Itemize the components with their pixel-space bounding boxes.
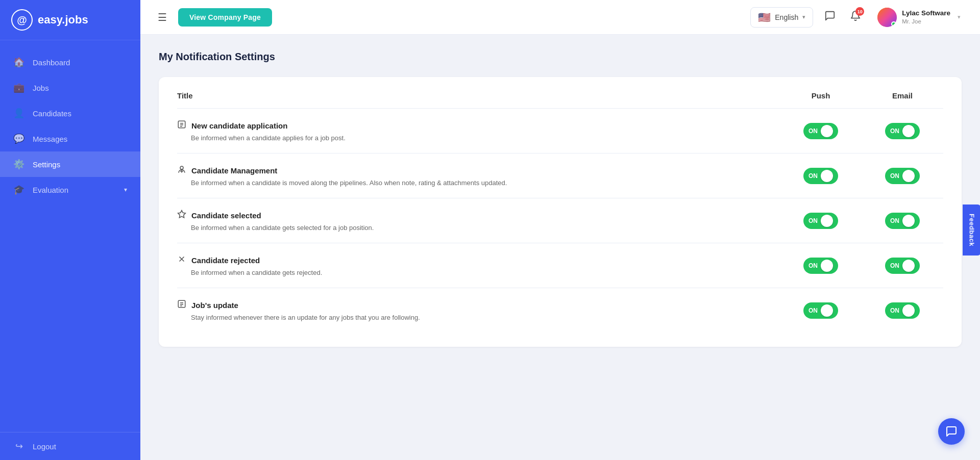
- email-toggle-new-candidate[interactable]: ON: [885, 123, 920, 139]
- notification-icon: [177, 165, 186, 176]
- email-toggle-col: ON: [862, 168, 943, 184]
- table-row: Candidate Management Be informed when a …: [177, 154, 943, 198]
- sidebar-nav: 🏠 Dashboard 💼 Jobs 👤 Candidates 💬 Messag…: [0, 40, 140, 432]
- chat-fab-button[interactable]: [938, 418, 965, 445]
- user-name: Lylac Software: [902, 9, 950, 18]
- notif-description: Stay informed whenever there is an updat…: [191, 314, 780, 321]
- notif-label: Job's update Stay informed whenever ther…: [177, 299, 780, 321]
- notif-title: Job's update: [177, 299, 780, 311]
- logout-button[interactable]: ↪ Logout: [0, 432, 140, 460]
- notif-title: Candidate Management: [177, 165, 780, 176]
- col-email: Email: [862, 91, 943, 100]
- email-toggle-col: ON: [862, 302, 943, 319]
- notif-description: Be informed when a candidate gets reject…: [191, 269, 780, 276]
- push-toggle-new-candidate[interactable]: ON: [803, 123, 838, 139]
- table-header: Title Push Email: [177, 91, 943, 109]
- notif-description: Be informed when a candidate applies for…: [191, 134, 780, 142]
- chevron-down-icon: ▾: [124, 186, 127, 193]
- table-row: Candidate selected Be informed when a ca…: [177, 198, 943, 243]
- logout-label: Logout: [33, 442, 56, 451]
- avatar: [877, 8, 897, 27]
- push-toggle-candidate-selected[interactable]: ON: [803, 213, 838, 229]
- notif-label: New candidate application Be informed wh…: [177, 120, 780, 142]
- sidebar-item-label: Settings: [33, 160, 60, 169]
- jobs-icon: 💼: [13, 82, 24, 93]
- notif-description: Be informed when a candidate is moved al…: [191, 179, 780, 187]
- table-row: Candidate rejected Be informed when a ca…: [177, 243, 943, 288]
- sidebar: @ easy.jobs 🏠 Dashboard 💼 Jobs 👤 Candida…: [0, 0, 140, 460]
- notification-badge: 10: [855, 7, 864, 16]
- user-info: Lylac Software Mr. Joe: [902, 9, 950, 25]
- email-toggle-jobs-update[interactable]: ON: [885, 302, 920, 319]
- sidebar-item-messages[interactable]: 💬 Messages: [0, 126, 140, 151]
- push-toggle-candidate-management[interactable]: ON: [803, 168, 838, 184]
- col-title: Title: [177, 91, 780, 100]
- messages-icon: 💬: [13, 133, 24, 144]
- notif-title: New candidate application: [177, 120, 780, 132]
- user-subtitle: Mr. Joe: [902, 18, 950, 25]
- sidebar-item-label: Jobs: [33, 84, 49, 92]
- notif-label: Candidate selected Be informed when a ca…: [177, 210, 780, 232]
- notification-icon: [177, 254, 186, 266]
- sidebar-item-jobs[interactable]: 💼 Jobs: [0, 75, 140, 100]
- sidebar-item-settings[interactable]: ⚙️ Settings: [0, 151, 140, 177]
- notif-label: Candidate rejected Be informed when a ca…: [177, 254, 780, 276]
- sidebar-item-label: Evaluation: [33, 186, 68, 194]
- notif-title: Candidate rejected: [177, 254, 780, 266]
- page-title: My Notification Settings: [159, 51, 962, 63]
- email-toggle-candidate-selected[interactable]: ON: [885, 213, 920, 229]
- push-toggle-jobs-update[interactable]: ON: [803, 302, 838, 319]
- evaluation-icon: 🎓: [13, 184, 24, 195]
- email-toggle-candidate-management[interactable]: ON: [885, 168, 920, 184]
- push-toggle-col: ON: [780, 302, 862, 319]
- user-profile[interactable]: Lylac Software Mr. Joe ▾: [872, 6, 966, 29]
- push-toggle-col: ON: [780, 168, 862, 184]
- sidebar-item-dashboard[interactable]: 🏠 Dashboard: [0, 49, 140, 75]
- sidebar-item-label: Dashboard: [33, 58, 70, 67]
- push-toggle-col: ON: [780, 258, 862, 274]
- status-dot: [891, 21, 896, 27]
- notification-icon: [177, 120, 186, 132]
- logo-text: easy.jobs: [38, 13, 88, 27]
- svg-marker-7: [178, 211, 186, 218]
- table-row: Job's update Stay informed whenever ther…: [177, 288, 943, 333]
- sidebar-item-candidates[interactable]: 👤 Candidates: [0, 100, 140, 126]
- main-area: ☰ View Company Page 🇺🇸 English ▾ 10: [140, 0, 980, 460]
- notifications-button[interactable]: 10: [847, 7, 864, 27]
- svg-point-4: [180, 166, 183, 169]
- push-toggle-candidate-rejected[interactable]: ON: [803, 258, 838, 274]
- sidebar-logo: @ easy.jobs: [0, 0, 140, 40]
- language-label: English: [775, 13, 798, 21]
- profile-chevron-icon: ▾: [958, 14, 961, 20]
- email-toggle-candidate-rejected[interactable]: ON: [885, 258, 920, 274]
- messages-header-button[interactable]: [821, 7, 839, 27]
- language-selector[interactable]: 🇺🇸 English ▾: [750, 7, 813, 28]
- col-push: Push: [780, 91, 862, 100]
- notif-description: Be informed when a candidate gets select…: [191, 224, 780, 232]
- sidebar-item-evaluation[interactable]: 🎓 Evaluation ▾: [0, 177, 140, 202]
- table-row: New candidate application Be informed wh…: [177, 109, 943, 154]
- email-toggle-col: ON: [862, 258, 943, 274]
- dashboard-icon: 🏠: [13, 57, 24, 68]
- view-company-button[interactable]: View Company Page: [178, 8, 272, 27]
- push-toggle-col: ON: [780, 123, 862, 139]
- notif-label: Candidate Management Be informed when a …: [177, 165, 780, 187]
- notification-icon: [177, 299, 186, 311]
- sidebar-item-label: Candidates: [33, 109, 71, 118]
- feedback-tab[interactable]: Feedback: [963, 205, 980, 255]
- email-toggle-col: ON: [862, 213, 943, 229]
- notification-icon: [177, 210, 186, 221]
- logo-icon: @: [11, 9, 33, 31]
- header: ☰ View Company Page 🇺🇸 English ▾ 10: [140, 0, 980, 35]
- settings-icon: ⚙️: [13, 159, 24, 170]
- candidates-icon: 👤: [13, 108, 24, 119]
- push-toggle-col: ON: [780, 213, 862, 229]
- notif-title: Candidate selected: [177, 210, 780, 221]
- notification-settings-card: Title Push Email New candidate applicati…: [159, 77, 962, 347]
- language-chevron-icon: ▾: [802, 14, 805, 20]
- logout-icon: ↪: [13, 441, 24, 452]
- page-content: My Notification Settings Title Push Emai…: [140, 35, 980, 460]
- sidebar-item-label: Messages: [33, 135, 67, 143]
- hamburger-button[interactable]: ☰: [155, 8, 170, 27]
- email-toggle-col: ON: [862, 123, 943, 139]
